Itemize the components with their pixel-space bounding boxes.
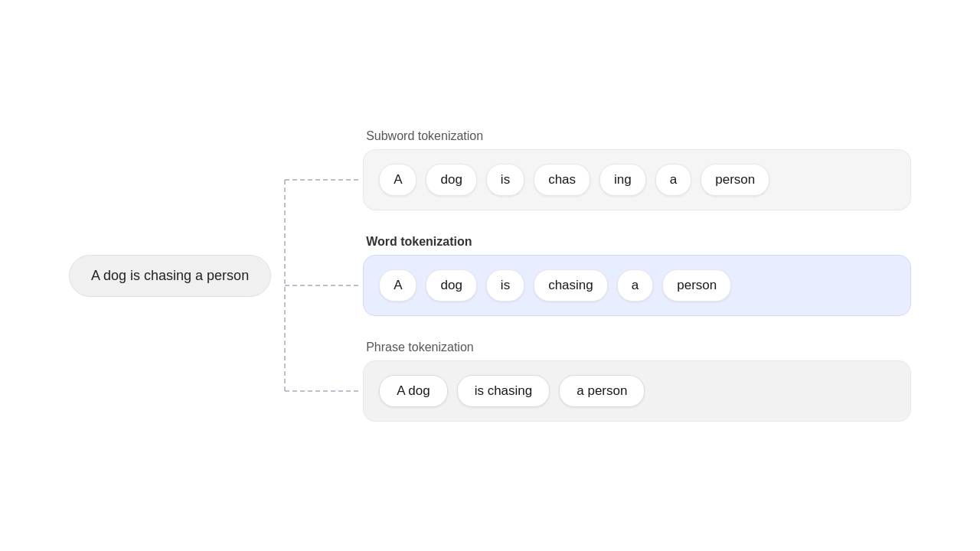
group-label-subword: Subword tokenization xyxy=(363,129,911,143)
token-subword-6: person xyxy=(701,164,769,196)
source-node: A dog is chasing a person xyxy=(69,255,271,297)
diagram: A dog is chasing a person Subword tokeni… xyxy=(69,129,911,422)
tokenization-group-subword: Subword tokenizationAdogischasingaperson xyxy=(363,129,911,210)
group-label-phrase: Phrase tokenization xyxy=(363,341,911,354)
token-subword-4: ing xyxy=(599,164,646,196)
token-subword-0: A xyxy=(379,164,416,196)
token-word-3: chasing xyxy=(534,269,608,302)
token-phrase-2: a person xyxy=(559,375,645,407)
token-subword-5: a xyxy=(655,164,691,196)
group-label-word: Word tokenization xyxy=(363,235,911,249)
token-subword-3: chas xyxy=(534,164,590,196)
token-word-4: a xyxy=(617,269,653,302)
token-word-5: person xyxy=(662,269,731,302)
token-word-1: dog xyxy=(426,269,476,302)
token-box-phrase: A dogis chasinga person xyxy=(363,360,911,422)
connector-area xyxy=(271,129,363,422)
token-phrase-0: A dog xyxy=(379,375,448,407)
token-subword-2: is xyxy=(486,164,524,196)
token-phrase-1: is chasing xyxy=(457,375,550,407)
token-word-2: is xyxy=(486,269,524,302)
token-box-subword: Adogischasingaperson xyxy=(363,149,911,210)
token-box-word: Adogischasingaperson xyxy=(363,255,911,316)
tokenization-group-phrase: Phrase tokenizationA dogis chasinga pers… xyxy=(363,341,911,422)
token-word-0: A xyxy=(379,269,416,302)
token-subword-1: dog xyxy=(426,164,476,196)
right-side: Subword tokenizationAdogischasingaperson… xyxy=(363,129,911,422)
source-label: A dog is chasing a person xyxy=(91,268,249,283)
tokenization-group-word: Word tokenizationAdogischasingaperson xyxy=(363,235,911,316)
connector-svg xyxy=(271,129,363,422)
